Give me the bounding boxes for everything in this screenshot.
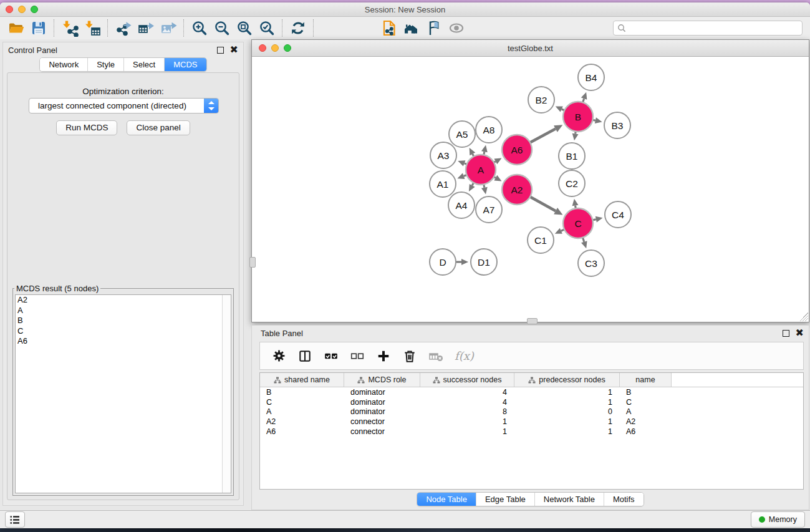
criterion-select[interactable]: largest connected component (directed) [29,98,219,114]
table-cell[interactable]: A2 [620,417,672,426]
import-table-button[interactable] [81,18,104,38]
table-cell[interactable]: 1 [514,398,620,407]
close-panel-button[interactable]: Close panel [127,120,190,135]
table-row[interactable]: Adominator80A [260,407,803,417]
table-cell[interactable]: 0 [514,407,620,416]
table-cell[interactable]: C [260,398,344,407]
result-item[interactable]: A2 [16,295,231,306]
function-builder-button[interactable]: f(x) [455,349,474,362]
table-cell[interactable]: 1 [514,417,620,426]
table-cell[interactable]: connector [344,417,420,426]
minimize-window-button[interactable] [18,6,26,13]
home-button[interactable] [400,18,423,38]
search-box[interactable] [613,21,803,36]
table-cell[interactable]: 1 [420,427,514,436]
graph-edge-A6-B[interactable] [530,129,556,143]
zoom-in-button[interactable] [188,18,211,38]
table-cell[interactable]: A2 [260,417,344,426]
search-input[interactable] [626,22,802,34]
table-cell[interactable]: A [620,407,672,416]
show-hide-panels-button[interactable] [445,18,468,38]
select-all-button[interactable] [324,349,339,364]
close-window-button[interactable] [6,6,13,13]
network-canvas[interactable]: B4B2BB3A8A5A6A3B1AA1C2A2A4A7C4CC1C3DD1 [252,57,809,322]
node-table[interactable]: shared nameMCDS rolesuccessor nodesprede… [259,372,804,490]
table-row[interactable]: A2connector11A2 [260,417,803,427]
column-header-successor-nodes[interactable]: successor nodes [420,373,514,387]
column-header-predecessor-nodes[interactable]: predecessor nodes [514,373,620,387]
zoom-out-button[interactable] [211,18,233,38]
table-cell[interactable]: B [620,388,672,397]
mcds-result-list[interactable]: A2ABCA6 [15,294,231,493]
refresh-view-button[interactable] [287,18,309,38]
table-settings-button[interactable] [271,349,286,364]
control-tab-style[interactable]: Style [87,58,123,71]
panel-list-button[interactable] [5,511,25,528]
zoom-selected-button[interactable] [256,18,278,38]
close-table-panel-icon[interactable]: ✖ [796,330,804,336]
table-cell[interactable]: 4 [420,398,514,407]
result-item[interactable]: B [16,316,231,326]
zoom-fit-button[interactable] [233,18,256,38]
splitter-handle-bottom[interactable] [527,318,538,324]
table-cell[interactable]: A6 [260,427,344,436]
float-panel-icon[interactable] [217,47,224,54]
float-table-panel-icon[interactable] [783,330,789,337]
splitter-handle-left[interactable] [249,257,256,268]
network-view-window[interactable]: testGlobe.txt B4B2BB3A8A5A6A3B1AA1C2A2A4… [251,39,809,322]
table-cell[interactable]: connector [344,427,420,436]
column-header-name[interactable]: name [620,373,672,387]
save-session-button[interactable] [27,18,50,38]
export-image-button[interactable] [157,18,180,38]
table-cell[interactable]: 4 [420,388,514,397]
add-column-button[interactable] [376,349,391,364]
table-cell[interactable]: 1 [514,427,620,436]
table-row[interactable]: A6connector11A6 [260,427,803,437]
close-panel-icon[interactable]: ✖ [230,47,238,53]
table-cell[interactable]: dominator [344,398,420,407]
run-mcds-button[interactable]: Run MCDS [56,120,117,135]
delete-column-button[interactable] [402,349,417,364]
table-cell[interactable]: C [620,398,672,407]
network-minimize-button[interactable] [271,44,279,52]
column-header-MCDS-role[interactable]: MCDS role [344,373,420,387]
open-file-button[interactable] [5,18,27,38]
table-cell[interactable]: A6 [620,427,672,436]
app-titlebar[interactable]: Session: New Session [0,2,810,17]
bottom-tab-node-table[interactable]: Node Table [417,493,476,506]
control-tab-select[interactable]: Select [123,58,164,71]
table-row[interactable]: Cdominator41C [260,397,803,407]
export-network-button[interactable] [112,18,135,38]
table-cell[interactable]: B [260,388,344,397]
visual-styles-button[interactable] [423,18,445,38]
table-row[interactable]: Bdominator41B [260,387,803,397]
memory-button[interactable]: Memory [751,511,805,528]
export-table-button[interactable] [135,18,157,38]
table-cell[interactable]: dominator [344,407,420,416]
result-item[interactable]: C [16,326,231,337]
result-item[interactable]: A6 [16,336,231,347]
import-network-button[interactable] [59,18,81,38]
control-tab-mcds[interactable]: MCDS [164,58,206,71]
graph-edge-A2-C[interactable] [530,197,556,211]
bottom-tab-edge-table[interactable]: Edge Table [476,493,534,506]
result-list-scrollbar[interactable] [222,295,231,493]
zoom-window-button[interactable] [31,6,38,13]
resize-grip[interactable] [799,312,808,321]
table-cell[interactable]: A [260,407,344,416]
deselect-all-button[interactable] [350,349,365,364]
bottom-tab-motifs[interactable]: Motifs [604,493,644,506]
table-cell[interactable]: 8 [420,407,514,416]
column-header-shared-name[interactable]: shared name [260,373,344,387]
table-cell[interactable]: 1 [420,417,514,426]
table-cell[interactable]: 1 [514,388,620,397]
network-zoom-button[interactable] [284,44,291,52]
new-session-button[interactable] [378,18,400,38]
table-cell[interactable]: dominator [344,388,420,397]
show-columns-button[interactable] [297,349,312,364]
control-tab-network[interactable]: Network [40,58,87,71]
network-close-button[interactable] [259,44,266,52]
network-graph[interactable]: B4B2BB3A8A5A6A3B1AA1C2A2A4A7C4CC1C3DD1 [252,57,809,322]
result-item[interactable]: A [16,306,231,316]
bottom-tab-network-table[interactable]: Network Table [534,493,604,506]
